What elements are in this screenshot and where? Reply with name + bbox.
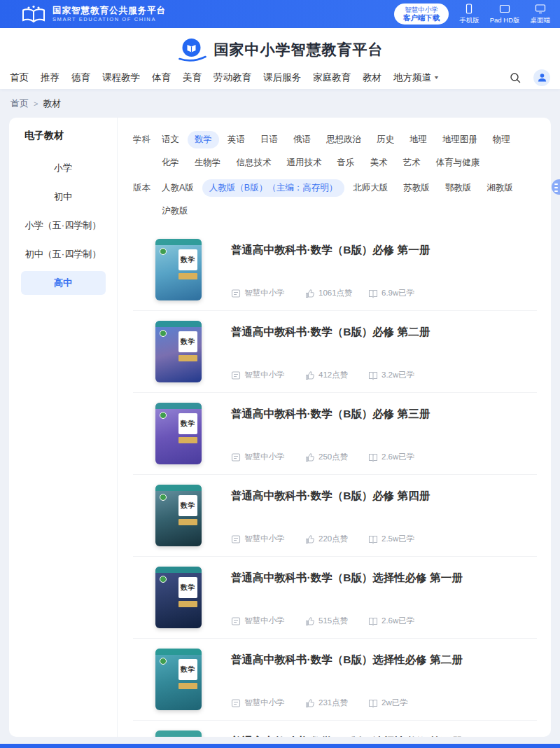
search-icon[interactable] <box>509 71 522 84</box>
subject-chip-history[interactable]: 历史 <box>370 131 401 148</box>
book-row-xuanxiu-2[interactable]: 数学 普通高中教科书·数学（B版）选择性必修 第二册 智慧中小学 231点赞 2… <box>133 639 537 721</box>
book-cover-sail-pyramids[interactable]: 数学 <box>155 321 202 382</box>
version-chip-pep-a[interactable]: 人教A版 <box>155 179 201 197</box>
sidebar-item-primary[interactable]: 小学 <box>21 156 106 180</box>
version-filter-row: 版本 人教A版 人教版（B版）（主编：高存明） 北师大版 苏教版 鄂教版 湘教版… <box>133 179 537 225</box>
subject-chip-arts[interactable]: 艺术 <box>396 154 428 172</box>
subject-chip-math[interactable]: 数学 <box>188 131 219 148</box>
book-title[interactable]: 普通高中教科书·数学（B版）选择性必修 第一册 <box>231 571 537 586</box>
book-row-xuanxiu-1[interactable]: 数学 普通高中教科书·数学（B版）选择性必修 第一册 智慧中小学 515点赞 2… <box>133 557 537 639</box>
nav-item-recommend[interactable]: 推荐 <box>41 71 59 84</box>
subject-chip-english[interactable]: 英语 <box>220 131 252 148</box>
book-cover-ferris-wheel[interactable]: 数学 <box>155 403 202 464</box>
book-row-bixiu-2[interactable]: 数学 普通高中教科书·数学（B版）必修 第二册 智慧中小学 412点赞 3.2w… <box>133 311 537 393</box>
subject-chip-physics[interactable]: 物理 <box>486 131 517 148</box>
version-chips: 人教A版 人教版（B版）（主编：高存明） 北师大版 苏教版 鄂教版 湘教版 沪教… <box>154 179 537 225</box>
subject-chip-russian[interactable]: 俄语 <box>286 131 318 148</box>
open-book-logo-icon <box>21 5 46 24</box>
nav-item-local-channels[interactable]: 地方频道 ▼ <box>393 71 440 84</box>
book-title[interactable]: 普通高中教科书·数学（B版）选择性必修 第二册 <box>231 653 537 667</box>
book-cover-train[interactable]: 数学 <box>155 730 202 737</box>
subject-chip-politics[interactable]: 思想政治 <box>319 131 368 148</box>
learned-count: 2.6w已学 <box>382 616 414 626</box>
learned-count: 6.9w已学 <box>382 288 414 298</box>
subject-chip-general-tech[interactable]: 通用技术 <box>280 154 329 172</box>
sidebar-item-junior-54[interactable]: 初中（五·四学制） <box>21 242 106 266</box>
book-cover-night-city[interactable]: 数学 <box>155 567 202 628</box>
version-chip-hunan[interactable]: 湘教版 <box>479 179 520 197</box>
cover-tag <box>178 355 197 361</box>
book-cover-city-network[interactable]: 数学 <box>155 649 202 710</box>
smart-education-brand[interactable]: 国家智慧教育公共服务平台 SMART EDUCATION OF CHINA <box>21 5 166 24</box>
nav-item-home[interactable]: 首页 <box>10 71 29 84</box>
top-service-bar: 国家智慧教育公共服务平台 SMART EDUCATION OF CHINA 智慧… <box>0 0 560 28</box>
floating-menu-widget[interactable] <box>552 179 560 195</box>
subject-chip-geo-atlas[interactable]: 地理图册 <box>435 131 484 148</box>
book-title[interactable]: 普通高中教科书·数学（B版）必修 第三册 <box>231 407 537 422</box>
learned-book-icon <box>368 452 378 462</box>
subject-chip-art[interactable]: 美术 <box>363 154 395 172</box>
learned-count: 2w已学 <box>382 698 408 708</box>
publisher-name: 智慧中小学 <box>244 370 285 380</box>
cover-band <box>155 239 202 245</box>
book-cover-skyscraper[interactable]: 数学 <box>155 485 202 546</box>
book-row-xuanxiu-3[interactable]: 数学 普通高中教科书·数学（B版）选择性必修 第三册 智慧中小学 145点赞 2… <box>133 721 537 737</box>
version-chip-hubei[interactable]: 鄂教版 <box>438 179 479 197</box>
book-title[interactable]: 普通高中教科书·数学（B版）必修 第二册 <box>231 325 537 340</box>
nav-item-family-edu[interactable]: 家庭教育 <box>313 71 351 84</box>
client-mobile-link[interactable]: 手机版 <box>459 4 479 25</box>
book-row-bixiu-1[interactable]: 数学 普通高中教科书·数学（B版）必修 第一册 智慧中小学 1061点赞 6.9… <box>133 229 537 311</box>
publisher-name: 智慧中小学 <box>244 288 285 298</box>
nav-item-moral-edu[interactable]: 德育 <box>71 71 90 84</box>
subject-chip-chemistry[interactable]: 化学 <box>155 154 186 172</box>
subject-chip-music[interactable]: 音乐 <box>330 154 362 172</box>
sidebar-item-primary-54[interactable]: 小学（五·四学制） <box>21 214 106 237</box>
brand-title-cn: 国家智慧教育公共服务平台 <box>52 6 166 17</box>
publisher-icon <box>231 452 241 462</box>
cover-band <box>155 649 202 655</box>
publisher-name: 智慧中小学 <box>244 534 285 544</box>
subject-chip-japanese[interactable]: 日语 <box>253 131 285 148</box>
user-avatar[interactable] <box>533 69 550 86</box>
thumbs-up-icon <box>305 698 315 708</box>
subject-chip-it[interactable]: 信息技术 <box>230 154 279 172</box>
content-card: 电子教材 小学 初中 小学（五·四学制） 初中（五·四学制） 高中 学科 语文 … <box>9 118 551 737</box>
learned-book-icon <box>368 616 378 626</box>
cover-subject-label: 数学 <box>178 331 197 352</box>
book-row-bixiu-3[interactable]: 数学 普通高中教科书·数学（B版）必修 第三册 智慧中小学 250点赞 2.6w… <box>133 393 537 475</box>
version-chip-bnu[interactable]: 北师大版 <box>346 179 395 197</box>
book-title[interactable]: 普通高中教科书·数学（B版）选择性必修 第三册 <box>231 735 537 737</box>
textbook-main: 学科 语文 数学 英语 日语 俄语 思想政治 历史 地理 地理图册 物理 化学 … <box>118 118 551 737</box>
platform-logo[interactable]: 国家中小学智慧教育平台 <box>177 37 384 62</box>
version-chip-pep-b[interactable]: 人教版（B版）（主编：高存明） <box>202 179 344 197</box>
likes-count: 250点赞 <box>318 452 348 462</box>
book-title[interactable]: 普通高中教科书·数学（B版）必修 第四册 <box>231 489 537 504</box>
client-download-button[interactable]: 智慧中小学 客户端下载 <box>394 4 449 25</box>
nav-item-local-channels-label: 地方频道 <box>393 71 431 84</box>
subject-chip-biology[interactable]: 生物学 <box>188 154 228 172</box>
book-row-bixiu-4[interactable]: 数学 普通高中教科书·数学（B版）必修 第四册 智慧中小学 220点赞 2.5w… <box>133 475 537 557</box>
client-pad-link[interactable]: Pad HD版 <box>490 4 520 25</box>
nav-item-aesthetic-edu[interactable]: 美育 <box>183 71 202 84</box>
nav-item-labor-edu[interactable]: 劳动教育 <box>214 71 251 84</box>
cover-subject-label: 数学 <box>178 577 197 598</box>
client-desktop-link[interactable]: 桌面端 <box>531 4 551 25</box>
subject-chip-geography[interactable]: 地理 <box>402 131 434 148</box>
platform-title: 国家中小学智慧教育平台 <box>214 40 384 60</box>
sidebar-item-senior[interactable]: 高中 <box>21 271 106 295</box>
nav-item-after-school[interactable]: 课后服务 <box>263 71 301 84</box>
subject-chip-pe-health[interactable]: 体育与健康 <box>429 154 487 172</box>
sidebar-item-junior[interactable]: 初中 <box>21 185 106 209</box>
book-title[interactable]: 普通高中教科书·数学（B版）必修 第一册 <box>231 243 537 258</box>
nav-item-course-teaching[interactable]: 课程教学 <box>102 71 140 84</box>
nav-item-textbooks[interactable]: 教材 <box>363 71 382 84</box>
cover-subject-label: 数学 <box>178 249 197 270</box>
cover-subject-label: 数学 <box>178 659 197 680</box>
nav-item-pe[interactable]: 体育 <box>152 71 171 84</box>
breadcrumb-home[interactable]: 首页 <box>10 97 29 110</box>
thumbs-up-icon <box>305 534 315 544</box>
subject-chip-chinese[interactable]: 语文 <box>155 131 186 148</box>
book-cover-nautilus-shell[interactable]: 数学 <box>155 239 202 300</box>
version-chip-shanghai[interactable]: 沪教版 <box>155 202 195 220</box>
version-chip-jiangsu[interactable]: 苏教版 <box>396 179 437 197</box>
